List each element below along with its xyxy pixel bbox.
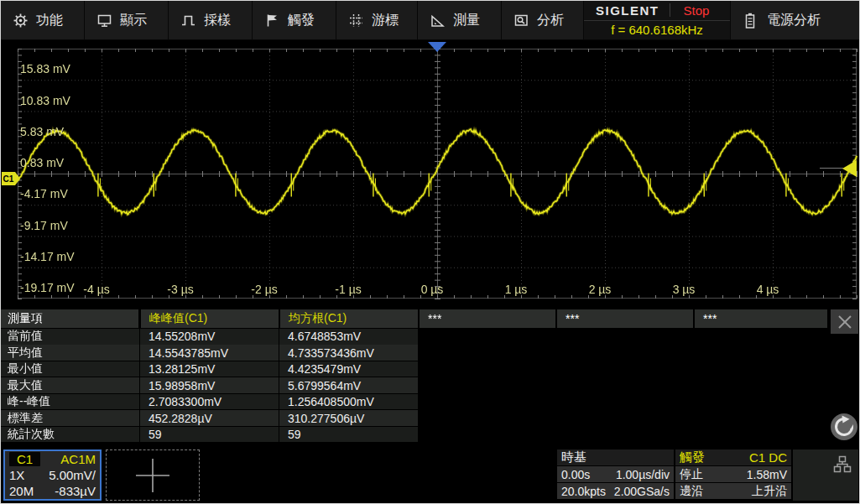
channel-row-1: C1 AC1M — [5, 451, 100, 467]
channel-bandwidth: 20M — [9, 484, 34, 498]
waveform-canvas[interactable] — [1, 41, 860, 303]
channel-scale: 5.00mV/ — [49, 468, 96, 482]
measurement-row-label: 峰--峰值 — [1, 394, 139, 410]
trigger-header: 觸發 C1 DC — [675, 449, 791, 465]
channel-c1-ground-marker[interactable]: C1 — [2, 172, 15, 185]
display-icon — [97, 13, 112, 28]
menu-item-display[interactable]: 顯示 — [85, 1, 169, 39]
close-icon — [837, 314, 852, 330]
measurement-row-label: 當前值 — [1, 329, 139, 345]
timebase-scale: 1.00µs/div — [616, 468, 670, 481]
measurement-row-label: 平均值 — [1, 345, 139, 361]
timebase-header: 時基 — [557, 449, 674, 465]
frequency-counter: f = 640.6168kHz — [584, 21, 730, 40]
channel-atten: 1X — [9, 468, 24, 482]
brand-status-row: SIGLENT Stop — [584, 1, 730, 21]
cursors-icon — [349, 13, 363, 28]
trigger-status: 停止 — [680, 467, 703, 482]
measurement-value: 310.277506µV — [279, 410, 418, 426]
timebase-title: 時基 — [561, 449, 586, 465]
menu-item-acquire[interactable]: 採樣 — [169, 1, 253, 39]
measurement-row-label: 最小值 — [1, 361, 139, 377]
menu-item-measure[interactable]: 測量 — [418, 1, 502, 39]
close-measurements-button[interactable] — [831, 309, 858, 334]
trigger-row-1: 停止 1.58mV — [675, 466, 791, 482]
brand-logo: SIGLENT — [584, 3, 659, 18]
measurement-value: 4.4235479mV — [279, 361, 418, 377]
measurement-column-header: 峰峰值(C1) — [141, 309, 279, 328]
acquisition-status: Stop — [684, 3, 710, 18]
measurement-value: 59 — [140, 427, 279, 443]
trigger-flag-icon — [265, 13, 279, 28]
measure-icon — [430, 13, 445, 28]
trigger-level: 1.58mV — [747, 468, 787, 481]
measurement-value: 59 — [279, 427, 418, 443]
measurement-row-label: 標準差 — [1, 410, 139, 426]
menu-item-label: 游標 — [372, 12, 399, 29]
trigger-slope: 上升沿 — [752, 484, 787, 499]
measurement-value: 4.733573436mV — [279, 345, 418, 361]
trigger-type: 邊沿 — [680, 484, 703, 499]
measurement-value: 1.256408500mV — [279, 394, 418, 410]
reset-statistics-icon — [829, 412, 859, 442]
menu-item-trigger[interactable]: 觸發 — [253, 1, 336, 39]
measurement-value: 4.6748853mV — [279, 329, 418, 345]
menu-item-utility[interactable]: 功能 — [1, 1, 85, 39]
acquisition-status-panel[interactable]: SIGLENT Stop f = 640.6168kHz — [584, 1, 731, 39]
timebase-points: 20.0kpts — [561, 485, 606, 498]
trigger-box[interactable]: 觸發 C1 DC 停止 1.58mV 邊沿 上升沿 — [675, 449, 791, 501]
trigger-title: 觸發 — [680, 449, 705, 465]
measurement-value: 13.28125mV — [140, 361, 279, 377]
measurement-value: 2.7083300mV — [140, 394, 279, 410]
trigger-position-marker[interactable] — [428, 42, 446, 52]
trigger-level-marker[interactable] — [842, 160, 857, 177]
channel-c1-box[interactable]: C1 AC1M 1X 5.00mV/ 20M -833µV — [3, 449, 102, 501]
measurement-value: 452.2828µV — [140, 410, 279, 426]
measurement-row-label: 統計次數 — [1, 427, 139, 443]
gear-icon — [13, 13, 28, 28]
timebase-delay: 0.00s — [561, 468, 590, 481]
add-channel-box[interactable] — [106, 449, 200, 501]
menu-item-label: 觸發 — [288, 12, 315, 29]
trigger-source: C1 DC — [749, 450, 787, 465]
timebase-box[interactable]: 時基 0.00s 1.00µs/div 20.0kpts 2.00GSa/s — [557, 449, 674, 501]
menu-item-label: 電源分析 — [767, 12, 821, 29]
measurement-column-header: 均方根(C1) — [280, 309, 418, 328]
measurement-column-header[interactable]: *** — [420, 309, 555, 328]
menu-item-label: 分析 — [537, 12, 564, 29]
analyze-icon — [514, 13, 529, 28]
menu-item-label: 採樣 — [204, 12, 231, 29]
measurement-value: 14.5543785mV — [140, 345, 279, 361]
measurement-row-label: 最大值 — [1, 377, 139, 393]
measurement-value: 5.6799564mV — [279, 377, 418, 393]
divider — [670, 3, 670, 17]
menu-item-label: 測量 — [453, 12, 480, 29]
measurement-column-header: 測量項 — [1, 309, 138, 328]
channel-name: C1 — [9, 452, 40, 466]
menu-item-label: 功能 — [36, 12, 63, 29]
menu-item-analyze[interactable]: 分析 — [502, 1, 584, 39]
battery-icon — [744, 13, 756, 29]
trigger-row-2: 邊沿 上升沿 — [675, 483, 791, 499]
timebase-row-2: 20.0kpts 2.00GSa/s — [557, 483, 674, 499]
oscilloscope-screen: 功能 顯示 採樣 觸發 — [0, 0, 860, 504]
measurement-column-header[interactable]: *** — [557, 309, 693, 328]
plus-icon — [133, 456, 172, 495]
measurement-value: 15.98958mV — [140, 377, 279, 393]
channel-offset: -833µV — [55, 484, 96, 498]
menu-item-cursors[interactable]: 游標 — [336, 1, 418, 39]
bottom-right-panel — [793, 449, 858, 501]
timebase-row-1: 0.00s 1.00µs/div — [557, 466, 674, 482]
menu-bar: 功能 顯示 採樣 觸發 — [1, 1, 859, 40]
reset-statistics-button[interactable] — [829, 412, 859, 442]
channel-coupling: AC1M — [60, 452, 96, 466]
trigger-level-line — [820, 168, 843, 169]
channel-row-2: 1X 5.00mV/ — [5, 467, 100, 483]
channel-row-3: 20M -833µV — [5, 483, 100, 499]
timebase-rate: 2.00GSa/s — [614, 485, 670, 498]
measurement-column-header[interactable]: *** — [695, 309, 827, 328]
measurement-value: 14.55208mV — [140, 329, 279, 345]
network-icon[interactable] — [833, 455, 852, 474]
menu-item-power-analysis[interactable]: 電源分析 — [731, 1, 859, 39]
menu-item-label: 顯示 — [120, 12, 147, 29]
